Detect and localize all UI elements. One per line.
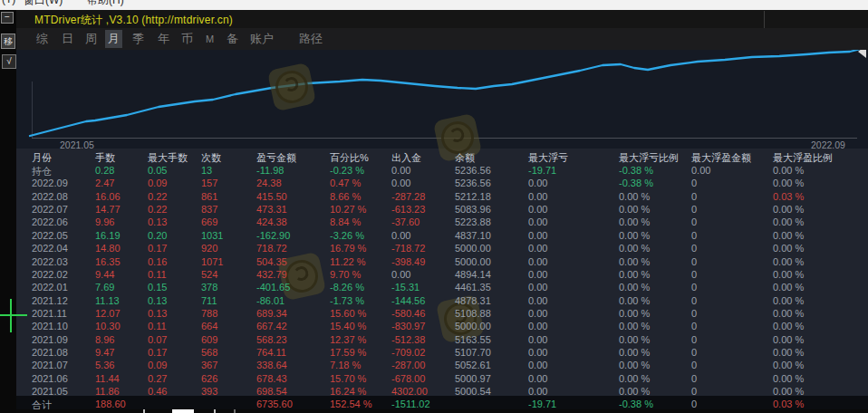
minimize-button[interactable]: − xyxy=(1,12,14,24)
tab-day[interactable]: 日 xyxy=(62,28,73,50)
table-cell: -512.38 xyxy=(391,334,425,345)
tab-m[interactable]: M xyxy=(206,28,214,50)
tab-week[interactable]: 周 xyxy=(85,28,97,50)
column-header[interactable]: 盈亏金额 xyxy=(256,151,296,165)
table-cell: 1031 xyxy=(201,230,223,241)
move-button[interactable]: 移 xyxy=(1,34,15,49)
bottom-edge-strip xyxy=(16,409,868,413)
table-cell: 9.44 xyxy=(95,269,114,280)
table-cell: 0 xyxy=(691,243,697,254)
table-cell: 0.00 xyxy=(528,282,547,293)
table-cell: 0 xyxy=(691,386,697,397)
table-cell: 0.00 xyxy=(528,269,547,280)
table-cell: 0.00 xyxy=(528,347,547,358)
table-cell: -37.60 xyxy=(391,216,420,227)
table-cell: 0.00 % xyxy=(773,243,804,254)
table-cell: -718.72 xyxy=(391,243,425,254)
bottom-tick xyxy=(143,409,145,413)
column-header[interactable]: 出入金 xyxy=(391,151,421,165)
table-cell: 626 xyxy=(201,373,217,384)
table-cell: -0.23 % xyxy=(330,165,364,176)
table-cell: 16.35 xyxy=(95,256,121,267)
title-bar[interactable]: MTDriver统计 ,V3.10 (http://mtdriver.cn) xyxy=(16,10,868,28)
table-cell: 0 xyxy=(691,269,697,280)
column-header[interactable]: 次数 xyxy=(201,151,221,165)
table-cell: 0.00 % xyxy=(773,178,804,188)
table-cell: 6735.60 xyxy=(256,399,293,409)
table-cell: -709.02 xyxy=(391,347,425,358)
table-cell: 0.00 % xyxy=(773,360,804,370)
table-cell: 5212.18 xyxy=(455,191,491,202)
table-cell: 0 xyxy=(691,347,697,358)
table-cell: 7.18 % xyxy=(330,360,361,370)
table-cell: 920 xyxy=(201,243,217,254)
table-cell: -0.38 % xyxy=(619,399,653,409)
table-cell: 7.69 xyxy=(95,282,114,293)
equity-chart[interactable]: 2021.05 2022.09 xyxy=(16,45,868,149)
table-cell: 0.00 xyxy=(528,243,547,254)
bottom-tick xyxy=(234,409,236,413)
column-header[interactable]: 最大浮盈金额 xyxy=(691,151,751,165)
crosshair-cursor-icon xyxy=(10,299,12,332)
table-cell: 0.00 % xyxy=(773,308,804,319)
table-cell: 0.11 xyxy=(148,269,167,280)
table-cell: -19.71 xyxy=(528,399,556,409)
check-button[interactable]: √ xyxy=(2,54,16,69)
parent-menu-help[interactable]: 帮助(H) xyxy=(87,0,124,8)
column-header[interactable]: 最大浮亏 xyxy=(528,151,568,165)
column-header[interactable]: 余额 xyxy=(455,151,475,165)
table-cell: -86.01 xyxy=(256,295,285,306)
parent-menu-fragment[interactable]: (T) xyxy=(2,0,15,5)
column-header[interactable]: 最大浮盈比例 xyxy=(773,151,833,165)
row-label: 2021.05 xyxy=(32,386,68,397)
tab-account[interactable]: 账户 xyxy=(250,28,274,50)
row-label: 2022.09 xyxy=(32,178,68,188)
table-cell: 11.44 xyxy=(95,373,120,384)
table-cell: -0.38 % xyxy=(619,178,653,188)
column-header[interactable]: 最大浮亏比例 xyxy=(619,151,679,165)
tab-year[interactable]: 年 xyxy=(158,28,169,50)
table-cell: 0 xyxy=(691,204,697,215)
table-cell: 0.13 xyxy=(148,308,167,319)
table-cell: 0.00 % xyxy=(619,191,650,202)
table-cell: 0 xyxy=(691,256,697,267)
parent-menu-window[interactable]: 窗口(W) xyxy=(24,0,63,8)
tab-quarter[interactable]: 季 xyxy=(132,28,144,50)
tab-zong[interactable]: 综 xyxy=(36,28,48,50)
table-cell: 5083.96 xyxy=(455,204,491,215)
table-cell: 4302.00 xyxy=(391,386,428,397)
column-header[interactable]: 百分比% xyxy=(330,151,369,165)
table-cell: -162.90 xyxy=(256,230,290,241)
column-header[interactable]: 手数 xyxy=(95,151,115,165)
table-cell: 0.46 xyxy=(148,386,167,397)
table-cell: 0.00 % xyxy=(773,216,804,227)
tab-note[interactable]: 备 xyxy=(227,28,238,50)
bottom-tick xyxy=(214,409,216,413)
table-cell: 678.43 xyxy=(256,373,287,384)
table-cell: 4837.10 xyxy=(455,230,491,241)
table-cell: 415.50 xyxy=(256,191,287,202)
parent-menubar-strip: (T) 窗口(W) 帮助(H) xyxy=(0,0,868,10)
tab-month-selected[interactable]: 月 xyxy=(105,30,122,48)
tab-currency[interactable]: 币 xyxy=(181,28,193,50)
table-cell: 0.00 xyxy=(691,165,710,176)
table-cell: 10.27 % xyxy=(330,204,366,215)
row-label: 2021.11 xyxy=(32,308,67,319)
table-cell: 0.00 % xyxy=(773,321,804,331)
table-cell: 10.30 xyxy=(95,321,121,331)
table-cell: 9.47 xyxy=(95,347,114,358)
table-cell: 11.22 % xyxy=(330,256,366,267)
column-header[interactable]: 月份 xyxy=(32,151,52,165)
table-cell: 0.00 % xyxy=(619,243,650,254)
table-cell: 4878.31 xyxy=(455,295,491,306)
table-cell: 0.00 xyxy=(528,295,547,306)
table-cell: -0.38 % xyxy=(619,165,653,176)
tab-path[interactable]: 路径 xyxy=(299,28,323,50)
table-cell: -11.98 xyxy=(256,165,284,176)
table-cell: 0.00 % xyxy=(773,256,804,267)
table-cell: -3.26 % xyxy=(330,230,364,241)
table-cell: 0.00 % xyxy=(773,269,804,280)
table-cell: 0.00 % xyxy=(619,282,650,293)
column-header[interactable]: 最大手数 xyxy=(148,151,188,165)
table-cell: 0 xyxy=(691,295,697,306)
